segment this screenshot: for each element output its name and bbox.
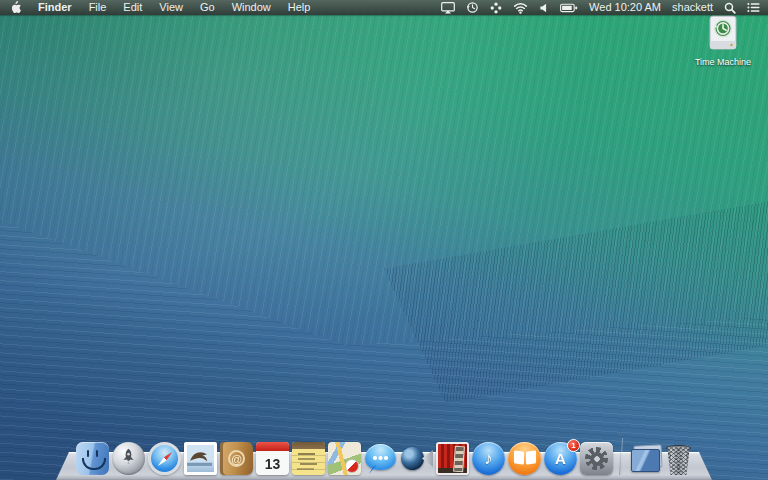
desktop-icon-label: Time Machine — [695, 57, 751, 67]
trash-basket-icon — [666, 447, 691, 475]
at-sign-icon: @ — [228, 450, 245, 467]
time-machine-menu-icon[interactable] — [466, 1, 479, 14]
music-note-icon: ♪ — [484, 450, 493, 467]
apple-menu-icon[interactable] — [10, 1, 21, 14]
speech-bubble-icon — [365, 444, 396, 470]
camera-body-icon — [422, 450, 433, 467]
notification-center-icon[interactable] — [747, 2, 760, 13]
airplay-display-icon[interactable] — [441, 2, 455, 14]
menu-file[interactable]: File — [89, 0, 107, 15]
menu-finder[interactable]: Finder — [38, 0, 72, 15]
dock-item-contacts[interactable]: @ — [220, 442, 253, 475]
time-machine-drive-icon — [705, 15, 741, 55]
dock-item-mail[interactable] — [184, 442, 217, 475]
menu-edit[interactable]: Edit — [123, 0, 142, 15]
dock-item-facetime[interactable] — [400, 442, 433, 475]
dock-item-notes[interactable] — [292, 442, 325, 475]
dock-item-system-preferences[interactable] — [580, 442, 613, 475]
desktop: Finder File Edit View Go Window Help — [0, 0, 768, 480]
wifi-icon[interactable] — [513, 2, 528, 14]
calendar-date: 13 — [265, 453, 281, 475]
dock-item-maps[interactable] — [328, 442, 361, 475]
spotlight-icon[interactable] — [724, 2, 736, 14]
dock-item-safari[interactable] — [148, 442, 181, 475]
camera-lens-icon — [401, 447, 424, 470]
dock-icons-row: @ 13 ♪ A 1 — [56, 438, 712, 475]
stamp-eagle-icon — [187, 445, 214, 472]
dock-item-finder[interactable] — [76, 442, 109, 475]
app-store-a-icon: A — [555, 450, 566, 467]
volume-icon[interactable] — [539, 2, 549, 14]
dock-item-app-store[interactable]: A 1 — [544, 442, 577, 475]
menu-help[interactable]: Help — [288, 0, 311, 15]
dock-item-trash[interactable] — [665, 444, 692, 475]
menu-bar-clock[interactable]: Wed 10:20 AM — [589, 0, 661, 15]
battery-icon[interactable] — [560, 3, 578, 13]
menu-go[interactable]: Go — [200, 0, 215, 15]
rocket-icon — [119, 447, 138, 470]
dock-item-calendar[interactable]: 13 — [256, 442, 289, 475]
dock-item-messages[interactable] — [364, 442, 397, 475]
menu-window[interactable]: Window — [232, 0, 271, 15]
desktop-icon-time-machine[interactable]: Time Machine — [682, 15, 764, 67]
menu-view[interactable]: View — [159, 0, 183, 15]
dock-divider — [619, 438, 623, 475]
menu-bar: Finder File Edit View Go Window Help — [0, 0, 768, 15]
dock: @ 13 ♪ A 1 — [56, 436, 712, 480]
dock-item-ibooks[interactable] — [508, 442, 541, 475]
fast-user-switch-menu[interactable]: shackett — [672, 0, 713, 15]
dock-item-documents-stack[interactable] — [629, 442, 662, 475]
app-store-badge: 1 — [567, 439, 580, 452]
dock-item-launchpad[interactable] — [112, 442, 145, 475]
dock-item-photo-booth[interactable] — [436, 442, 469, 475]
dock-item-itunes[interactable]: ♪ — [472, 442, 505, 475]
fan-icon[interactable] — [490, 2, 502, 14]
